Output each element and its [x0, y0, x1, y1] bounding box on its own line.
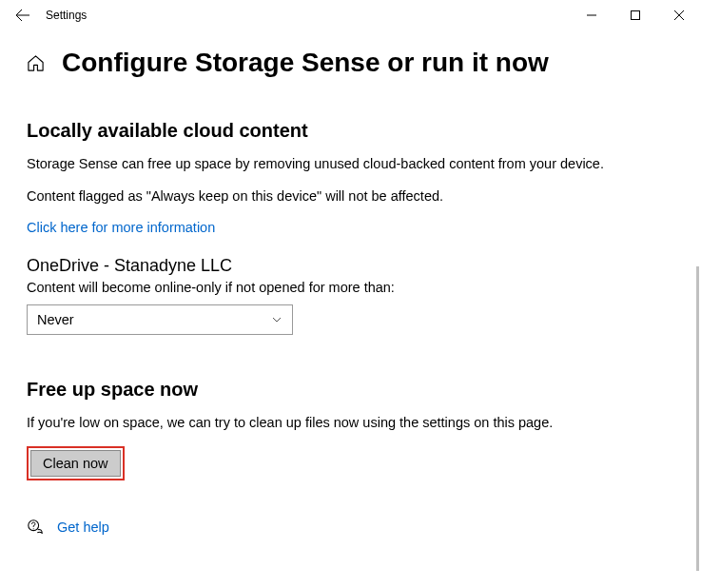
- minimize-button[interactable]: [570, 0, 613, 30]
- home-icon[interactable]: [27, 54, 45, 72]
- more-info-link[interactable]: Click here for more information: [27, 220, 215, 235]
- onedrive-text: Content will become online-only if not o…: [27, 280, 674, 295]
- dropdown-value: Never: [37, 312, 74, 327]
- close-button[interactable]: [657, 0, 701, 30]
- free-space-heading: Free up space now: [27, 379, 674, 401]
- maximize-icon: [631, 10, 640, 20]
- cloud-content-heading: Locally available cloud content: [27, 120, 674, 142]
- onedrive-frequency-dropdown[interactable]: Never: [27, 304, 293, 335]
- content-area: Configure Storage Sense or run it now Lo…: [0, 30, 701, 536]
- cloud-content-text-2: Content flagged as "Always keep on this …: [27, 187, 674, 206]
- svg-rect-0: [632, 11, 640, 20]
- clean-now-button[interactable]: Clean now: [30, 450, 121, 477]
- window-controls: [570, 0, 701, 30]
- free-space-text: If you're low on space, we can try to cl…: [27, 414, 674, 433]
- page-title: Configure Storage Sense or run it now: [62, 48, 549, 78]
- titlebar: Settings: [0, 0, 701, 30]
- minimize-icon: [587, 10, 596, 20]
- back-button[interactable]: [8, 0, 38, 30]
- arrow-left-icon: [15, 8, 30, 23]
- clean-now-highlight: Clean now: [27, 446, 125, 480]
- onedrive-heading: OneDrive - Stanadyne LLC: [27, 256, 674, 276]
- page-header: Configure Storage Sense or run it now: [27, 48, 674, 78]
- scrollbar[interactable]: [696, 266, 699, 571]
- close-icon: [674, 10, 684, 20]
- chevron-down-icon: [271, 314, 282, 325]
- help-icon: [27, 519, 44, 536]
- maximize-button[interactable]: [613, 0, 657, 30]
- window-title: Settings: [46, 9, 87, 22]
- svg-point-2: [33, 528, 34, 529]
- help-row: Get help: [27, 519, 674, 536]
- cloud-content-text-1: Storage Sense can free up space by remov…: [27, 155, 674, 174]
- get-help-link[interactable]: Get help: [57, 519, 109, 535]
